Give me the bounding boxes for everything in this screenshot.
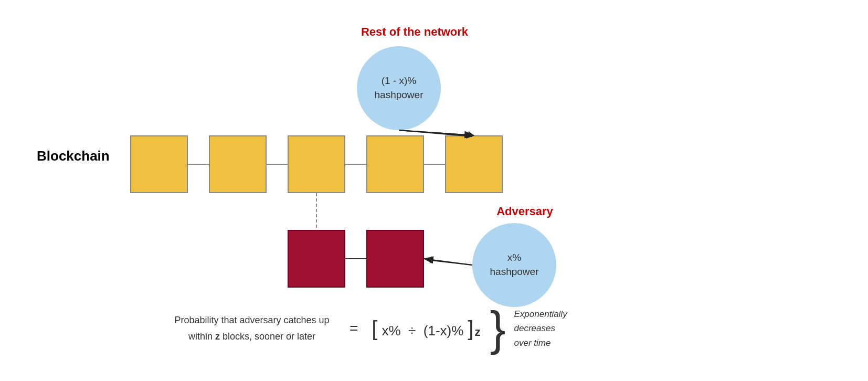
yellow-block-5 [445, 135, 503, 193]
formula-exponent: z [474, 325, 480, 339]
formula-expression: [ x% ÷ (1-x)% ] z [372, 318, 480, 339]
formula-description-line1: Probability that adversary catches up [174, 315, 329, 325]
exponential-note-line1: Exponentially [514, 309, 567, 319]
exponential-note-line3: over time [514, 338, 551, 348]
svg-marker-14 [426, 256, 432, 263]
exponential-note: Exponentially decreases over time [514, 307, 567, 350]
adversary-circle-text-line1: x% [507, 251, 521, 265]
formula-equals: = [350, 320, 358, 337]
formula-inner: x% ÷ (1-x)% [377, 323, 468, 339]
curly-brace: } [490, 305, 505, 352]
network-circle-text-line1: (1 - x)% [382, 74, 417, 88]
network-circle: (1 - x)% hashpower [357, 46, 441, 130]
svg-line-13 [426, 260, 472, 265]
exponential-note-line2: decreases [514, 323, 555, 333]
red-block-1 [288, 230, 345, 288]
adversary-circle: x% hashpower [472, 223, 556, 307]
adversary-circle-text-line2: hashpower [490, 265, 539, 279]
network-circle-text-line2: hashpower [375, 88, 424, 102]
formula-open-bracket: [ [372, 318, 377, 339]
yellow-block-4 [366, 135, 424, 193]
svg-line-11 [399, 130, 474, 135]
blockchain-label: Blockchain [37, 148, 110, 164]
svg-line-7 [424, 259, 472, 265]
red-block-2 [366, 230, 424, 288]
adversary-label: Adversary [478, 205, 572, 218]
diagram-container: Rest of the network (1 - x)% hashpower A… [0, 0, 868, 381]
formula-section: Probability that adversary catches up wi… [168, 305, 567, 352]
yellow-block-1 [130, 135, 188, 193]
formula-close-bracket: ] [468, 318, 473, 339]
formula-description: Probability that adversary catches up wi… [168, 312, 336, 344]
network-label: Rest of the network [357, 25, 472, 39]
svg-line-6 [399, 130, 474, 135]
formula-description-line2: within z blocks, sooner or later [188, 331, 315, 342]
yellow-block-2 [209, 135, 267, 193]
yellow-block-3 [288, 135, 345, 193]
